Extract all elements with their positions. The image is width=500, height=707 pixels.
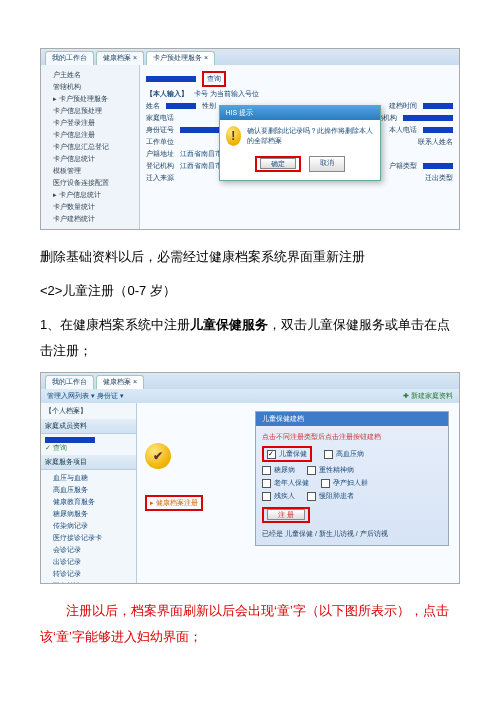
redacted [146, 76, 196, 82]
register-button-highlight: 注 册 [262, 507, 310, 523]
left-sidebar: 【个人档案】 家庭成员资料 ✓ 查询 家庭服务项目 血压与血糖 高血压服务 健康… [41, 403, 137, 583]
field-label: 迁出类型 [425, 173, 453, 183]
chk-label: 重性精神病 [319, 465, 354, 475]
register-button[interactable]: 注 册 [267, 509, 305, 520]
tree-item[interactable]: 血压与血糖 [45, 472, 132, 484]
tree-item[interactable]: 卡户信息预处理 [45, 105, 135, 117]
tree-item[interactable]: 卡户信息汇总登记 [45, 141, 135, 153]
tab-card-preprocess[interactable]: 卡户预处理服务 × [146, 51, 215, 65]
panel-head-family: 家庭成员资料 [41, 419, 136, 434]
checkbox-icon [321, 479, 330, 488]
left-tree: 户主姓名 管辖机构 ▸ 卡户预处理服务 卡户信息预处理 卡户登录注册 卡户信息注… [41, 65, 140, 229]
redacted [166, 103, 196, 109]
field-label: 登记机构 [146, 161, 174, 171]
chk-mental[interactable]: 重性精神病 [307, 465, 354, 475]
chk-elderly[interactable]: 老年人保健 [262, 478, 309, 488]
tree-item[interactable]: ▸ 卡户信息统计 [45, 189, 135, 201]
tree-item[interactable]: 传染病记录 [45, 520, 132, 532]
warning-icon: ! [226, 126, 242, 146]
chk-label: 残疾人 [274, 491, 295, 501]
checkbox-icon [324, 450, 333, 459]
chk-diabetes[interactable]: 糖尿病 [262, 465, 295, 475]
chk-label: 孕产妇人群 [333, 478, 368, 488]
confirm-dialog: HIS 提示 ! 确认要删除此记录吗？此操作将删除本人的全部档案 确定 取消 [219, 105, 381, 181]
field-label: 本人电话 [389, 125, 417, 135]
chk-label: 高血压病 [336, 449, 364, 459]
screenshot-child-register: 我的工作台 健康档案 × 管理入网列表 ▾ 身份证 ▾ ✚ 新建家庭资料 【个人… [40, 372, 460, 584]
field-label: 工作单位 [146, 137, 174, 147]
tree-item[interactable]: 医疗接诊记录卡 [45, 532, 132, 544]
chk-maternal[interactable]: 孕产妇人群 [321, 478, 368, 488]
tree-item[interactable]: 户主姓名 [45, 69, 135, 81]
chk-label: 儿童保健 [279, 449, 307, 459]
tree-item[interactable]: ▸ 卡户预处理服务 [45, 93, 135, 105]
shield-icon: ✔ [145, 443, 171, 469]
register-panel-title: 儿童保健建档 [256, 412, 448, 426]
field-label: 身份证号 [146, 125, 174, 135]
field-label: 性别 [202, 101, 216, 111]
detail-pane: 查询 【本人输入】 卡号 为当前输入号位 姓名 性别 建档时间 家庭电话 建档机… [140, 65, 459, 229]
field-label: 户籍类型 [389, 161, 417, 171]
search-button[interactable]: 查询 [202, 71, 226, 87]
redacted [423, 127, 453, 133]
dialog-title: HIS 提示 [220, 106, 380, 120]
register-hint: 点击不同注册类型后点击注册按钮建档 [262, 432, 442, 442]
checkbox-icon [307, 492, 316, 501]
chk-label: 慢阻肺患者 [319, 491, 354, 501]
tree-item[interactable]: 健康教育服务 [45, 496, 132, 508]
search-button[interactable]: ✓ 查询 [45, 444, 67, 451]
health-register-link[interactable]: ▸ 健康档案注册 [145, 495, 203, 511]
chk-hypertension[interactable]: 高血压病 [324, 446, 364, 462]
cancel-button[interactable]: 取消 [309, 156, 345, 172]
tree-item[interactable]: 高血压服务 [45, 484, 132, 496]
chk-label: 糖尿病 [274, 465, 295, 475]
tab-bar: 我的工作台 健康档案 × 卡户预处理服务 × [41, 49, 459, 65]
detail-title: 【本人输入】 [146, 89, 188, 99]
detail-subtitle: 卡号 为当前输入号位 [194, 89, 259, 99]
tree-item[interactable]: 糖尿病服务 [45, 508, 132, 520]
field-label: 姓名 [146, 101, 160, 111]
tab-workbench[interactable]: 我的工作台 [45, 375, 94, 389]
chk-child-care[interactable]: 儿童保健 [267, 449, 307, 459]
redacted [403, 115, 453, 121]
already-note: 已经是 儿童保健 / 新生儿访视 / 产后访视 [262, 529, 442, 539]
panel-head-services: 家庭服务项目 [41, 455, 136, 470]
tab-bar: 我的工作台 健康档案 × [41, 373, 459, 389]
dialog-ok-wrap: 确定 [255, 156, 301, 172]
tree-item[interactable]: 卡户建档统计 [45, 213, 135, 225]
chk-copd[interactable]: 慢阻肺患者 [307, 491, 354, 501]
field-label: 联系人姓名 [418, 137, 453, 147]
dialog-message: 确认要删除此记录吗？此操作将删除本人的全部档案 [247, 126, 373, 146]
toolbar-dropdowns[interactable]: 管理入网列表 ▾ 身份证 ▾ [47, 391, 124, 401]
tree-item[interactable]: 卡户信息统计 [45, 153, 135, 165]
checkbox-icon [307, 466, 316, 475]
ok-button[interactable]: 确定 [260, 158, 296, 169]
field-label: 建档时间 [389, 101, 417, 111]
tab-health-record[interactable]: 健康档案 × [96, 51, 144, 65]
new-family-label: 新建家庭资料 [411, 392, 453, 399]
tree-item[interactable]: 出诊记录 [45, 556, 132, 568]
redacted [423, 103, 453, 109]
tree-item[interactable]: 卡户登录注册 [45, 117, 135, 129]
tree-item[interactable]: 卡户信息注册 [45, 129, 135, 141]
field-label: 户籍地址 [146, 149, 174, 159]
tree-item[interactable]: 卡户数量统计 [45, 201, 135, 213]
tree-item[interactable]: 会诊记录 [45, 544, 132, 556]
tree-item[interactable]: 模板管理 [45, 165, 135, 177]
tree-item[interactable]: 转诊记录 [45, 568, 132, 580]
doc-bold: 儿童保健服务 [190, 317, 268, 332]
field-label: 迁入来源 [146, 173, 174, 183]
checkbox-icon [262, 466, 271, 475]
tab-workbench[interactable]: 我的工作台 [45, 51, 94, 65]
new-family-button[interactable]: ✚ 新建家庭资料 [403, 391, 453, 401]
checkbox-icon [267, 450, 276, 459]
chk-disabled[interactable]: 残疾人 [262, 491, 295, 501]
checkbox-icon [262, 479, 271, 488]
tree-item[interactable]: 双向转诊 [45, 580, 132, 584]
redacted [423, 163, 453, 169]
tree-item[interactable]: 管辖机构 [45, 81, 135, 93]
tree-item[interactable]: 医疗设备连接配置 [45, 177, 135, 189]
section-title: 【个人档案】 [41, 403, 136, 419]
tab-health-record[interactable]: 健康档案 × [96, 375, 144, 389]
doc-note: 注册以后，档案界面刷新以后会出现‘童’字（以下图所表示），点击该‘童’字能够进入… [40, 598, 460, 650]
